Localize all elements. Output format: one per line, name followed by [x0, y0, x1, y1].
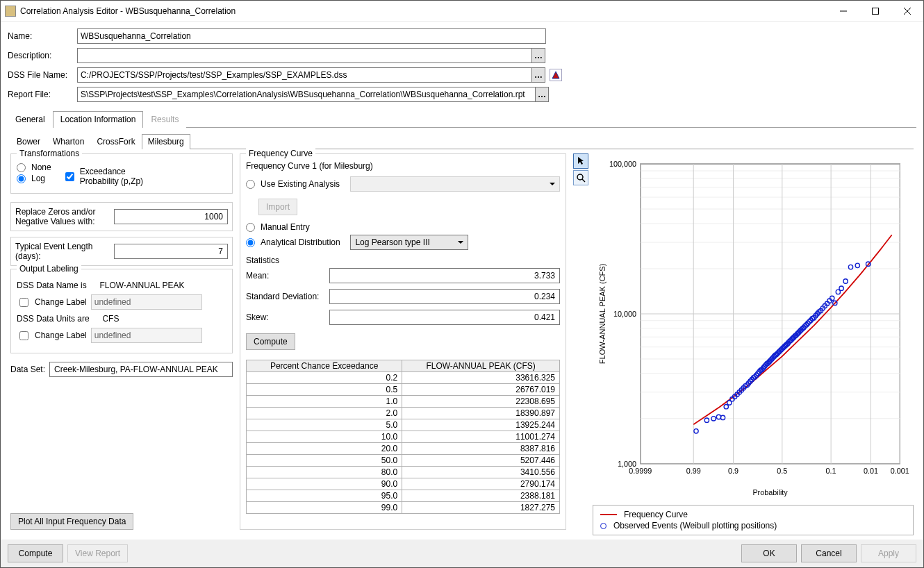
cancel-button[interactable]: Cancel [801, 544, 857, 562]
exceedance-checkbox[interactable] [65, 172, 74, 181]
dss-file-field[interactable] [77, 67, 532, 83]
chart-toolbar [573, 153, 590, 535]
use-existing-label: Use Existing Analysis [261, 179, 340, 189]
window-title: Correlation Analysis Editor - WBSusqueha… [20, 6, 827, 16]
compute-freq-button[interactable]: Compute [246, 333, 295, 350]
replace-zeros-label: Replace Zeros and/or Negative Values wit… [15, 207, 110, 226]
change-name-checkbox[interactable] [19, 298, 28, 307]
table-row[interactable]: 2.018390.897 [247, 408, 560, 419]
use-existing-radio[interactable] [246, 180, 255, 189]
chart-area[interactable]: 1,00010,000100,0000.99990.990.90.50.10.0… [593, 153, 914, 502]
svg-text:0.99: 0.99 [686, 467, 701, 475]
subtab-milesburg[interactable]: Milesburg [142, 134, 190, 149]
table-row[interactable]: 99.01827.275 [247, 502, 560, 514]
app-icon [5, 6, 16, 17]
svg-point-126 [843, 279, 848, 283]
table-row[interactable]: 5.013925.244 [247, 419, 560, 431]
output-labeling-group: Output Labeling DSS Data Name is FLOW-AN… [10, 269, 233, 353]
chart-panel: 1,00010,000100,0000.99990.990.90.50.10.0… [593, 153, 914, 535]
svg-point-124 [836, 290, 840, 294]
subtab-bower[interactable]: Bower [10, 134, 47, 149]
description-more-button[interactable]: … [531, 48, 545, 63]
subtab-crossfork[interactable]: CrossFork [90, 134, 141, 149]
table-row[interactable]: 10.011001.274 [247, 431, 560, 443]
table-row[interactable]: 1.022308.695 [247, 396, 560, 408]
transform-log-radio[interactable] [17, 174, 26, 183]
svg-text:0.5: 0.5 [777, 467, 787, 475]
import-button: Import [258, 199, 297, 215]
svg-point-128 [855, 263, 859, 267]
sd-field[interactable] [329, 289, 560, 304]
titlebar: Correlation Analysis Editor - WBSusqueha… [1, 1, 923, 22]
typical-length-field[interactable] [114, 244, 228, 259]
exceedance-label: Exceedance Probability (p,Zp) [80, 167, 143, 186]
svg-text:Probability: Probability [752, 488, 788, 496]
svg-marker-4 [552, 72, 559, 78]
svg-rect-1 [873, 8, 879, 14]
transform-log-label: Log [31, 174, 45, 183]
minimize-button[interactable] [827, 1, 859, 22]
distribution-select[interactable]: Log Pearson type III [350, 235, 468, 250]
replace-zeros-field[interactable] [114, 209, 228, 224]
name-field[interactable] [77, 28, 546, 44]
dss-units-are-label: DSS Data Units are [17, 314, 90, 324]
legend-line-icon [600, 514, 617, 515]
table-row[interactable]: 90.02790.174 [247, 478, 560, 490]
svg-text:0.001: 0.001 [891, 467, 909, 475]
statistics-label: Statistics [246, 256, 560, 265]
svg-point-122 [830, 296, 834, 300]
mean-field[interactable] [329, 268, 560, 283]
footer: Compute View Report OK Cancel Apply [1, 540, 923, 567]
dss-plot-icon[interactable] [550, 69, 562, 81]
change-units-field [91, 328, 202, 343]
view-report-button: View Report [67, 544, 128, 562]
change-name-label: Change Label [35, 297, 87, 307]
middle-pane: Frequency Curve Frequency Curve 1 (for M… [240, 153, 566, 535]
analytical-radio[interactable] [246, 238, 255, 247]
subtab-wharton[interactable]: Wharton [47, 134, 90, 149]
zoom-tool-button[interactable] [573, 170, 588, 185]
dss-file-browse-button[interactable]: … [531, 67, 545, 83]
report-file-browse-button[interactable]: … [535, 87, 549, 102]
ok-button[interactable]: OK [741, 544, 797, 562]
tab-results: Results [143, 111, 186, 128]
col-percent-exceedance: Percent Chance Exceedance [247, 360, 402, 372]
table-row[interactable]: 0.233616.325 [247, 372, 560, 384]
frequency-chart: 1,00010,000100,0000.99990.990.90.50.10.0… [593, 153, 914, 502]
dss-units-value: CFS [102, 314, 119, 324]
curve-name-label: Frequency Curve 1 (for Milesburg) [246, 161, 560, 171]
svg-text:0.1: 0.1 [826, 467, 836, 475]
compute-button[interactable]: Compute [8, 544, 63, 562]
table-row[interactable]: 20.08387.816 [247, 443, 560, 455]
dss-name-is-label: DSS Data Name is [17, 281, 87, 290]
change-units-checkbox[interactable] [19, 331, 28, 340]
apply-button: Apply [861, 544, 916, 562]
table-row[interactable]: 0.526767.019 [247, 384, 560, 396]
report-file-field[interactable] [77, 87, 536, 102]
svg-text:0.01: 0.01 [864, 467, 878, 475]
svg-point-52 [724, 404, 728, 408]
table-row[interactable]: 95.02388.181 [247, 490, 560, 502]
table-row[interactable]: 80.03410.556 [247, 467, 560, 478]
svg-text:10,000: 10,000 [613, 310, 636, 318]
pointer-tool-button[interactable] [573, 153, 588, 169]
svg-text:100,000: 100,000 [609, 160, 636, 168]
col-flow: FLOW-ANNUAL PEAK (CFS) [402, 360, 560, 372]
tab-general[interactable]: General [8, 111, 53, 128]
change-name-field [91, 294, 202, 310]
close-button[interactable] [891, 1, 923, 22]
mean-label: Mean: [246, 271, 329, 281]
skew-label: Skew: [246, 312, 329, 322]
manual-entry-radio[interactable] [246, 223, 255, 232]
change-units-label: Change Label [35, 331, 87, 340]
skew-field[interactable] [329, 310, 560, 325]
transform-none-radio[interactable] [17, 163, 26, 172]
main-tabs: General Location Information Results [8, 110, 916, 128]
plot-all-frequency-button[interactable]: Plot All Input Frequency Data [10, 513, 133, 530]
use-existing-select [350, 176, 560, 192]
table-row[interactable]: 50.05207.446 [247, 455, 560, 467]
maximize-button[interactable] [859, 1, 891, 22]
description-field[interactable] [77, 48, 532, 63]
dss-name-value: FLOW-ANNUAL PEAK [99, 281, 184, 290]
tab-location-information[interactable]: Location Information [53, 111, 144, 128]
